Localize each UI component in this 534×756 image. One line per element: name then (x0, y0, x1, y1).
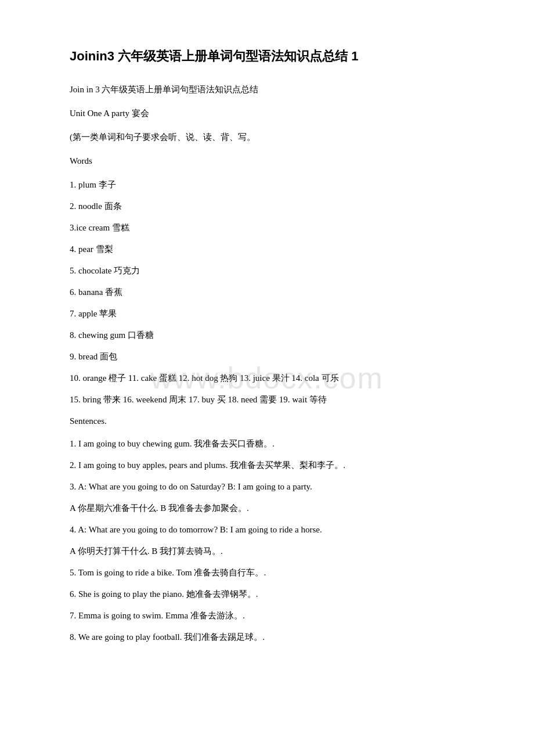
page-title: Joinin3 六年级英语上册单词句型语法知识点总结 1 (70, 46, 476, 66)
word-item-4: 4. pear 雪梨 (70, 242, 476, 257)
word-item-9: 9. bread 面包 (70, 349, 476, 365)
word-item-5: 5. chocolate 巧克力 (70, 263, 476, 279)
sentence-item-8: 8. We are going to play football. 我们准备去踢… (70, 629, 476, 645)
words-inline-1: 10. orange 橙子 11. cake 蛋糕 12. hot dog 热狗… (70, 370, 476, 386)
page-container: www.bdocx.com Joinin3 六年级英语上册单词句型语法知识点总结… (0, 0, 534, 697)
sentences-list: 1. I am going to buy chewing gum. 我准备去买口… (70, 436, 476, 645)
sentence-sub-4: A 你明天打算干什么. B 我打算去骑马。. (70, 543, 476, 559)
sentence-item-6: 6. She is going to play the piano. 她准备去弹… (70, 586, 476, 602)
sentence-item-1: 1. I am going to buy chewing gum. 我准备去买口… (70, 436, 476, 452)
sentence-item-3: 3. A: What are you going to do on Saturd… (70, 479, 476, 495)
unit-heading: Unit One A party 宴会 (70, 106, 476, 121)
sentence-item-7: 7. Emma is going to swim. Emma 准备去游泳。. (70, 608, 476, 624)
words-label: Words (70, 153, 476, 169)
word-item-3: 3.ice cream 雪糕 (70, 220, 476, 236)
words-list: 1. plum 李子2. noodle 面条3.ice cream 雪糕4. p… (70, 177, 476, 365)
note: (第一类单词和句子要求会听、说、读、背、写。 (70, 129, 476, 145)
word-item-2: 2. noodle 面条 (70, 199, 476, 214)
words-inline-2: 15. bring 带来 16. weekend 周末 17. buy 买 18… (70, 392, 476, 408)
word-item-6: 6. banana 香蕉 (70, 285, 476, 300)
subtitle: Join in 3 六年级英语上册单词句型语法知识点总结 (70, 82, 476, 98)
word-item-1: 1. plum 李子 (70, 177, 476, 193)
word-item-8: 8. chewing gum 口香糖 (70, 327, 476, 343)
sentence-item-4: 4. A: What are you going to do tomorrow?… (70, 522, 476, 538)
word-item-7: 7. apple 苹果 (70, 306, 476, 322)
sentence-item-2: 2. I am going to buy apples, pears and p… (70, 458, 476, 473)
sentences-label: Sentences. (70, 413, 476, 429)
sentence-item-5: 5. Tom is going to ride a bike. Tom 准备去骑… (70, 565, 476, 581)
sentence-sub-3: A 你星期六准备干什么. B 我准备去参加聚会。. (70, 501, 476, 516)
